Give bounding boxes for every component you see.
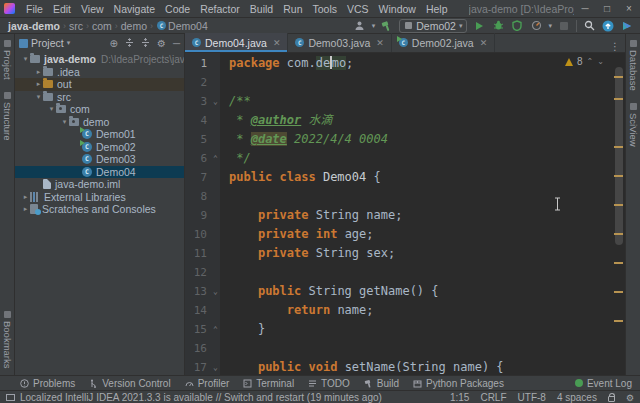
coverage-button[interactable] (510, 19, 524, 33)
menu-file[interactable]: File (21, 3, 48, 15)
user-dropdown-icon[interactable]: ▾ (372, 22, 376, 30)
stripe-tab-project[interactable]: Project (2, 34, 13, 86)
breadcrumb-item-src[interactable]: src (67, 20, 85, 32)
toolwindow-profiler[interactable]: Profiler (185, 378, 230, 389)
caret-position[interactable]: 1:15 (450, 392, 469, 403)
collapsed-arrow-icon[interactable]: ▸ (21, 205, 30, 213)
fold-marker-icon[interactable]: ⌃ (211, 320, 220, 339)
toolwindow-version-control[interactable]: Version Control (89, 378, 170, 389)
tree-item-java-demo[interactable]: ▾java-demoD:\IdeaProjects\java-demo (15, 53, 184, 66)
menu-navigate[interactable]: Navigate (109, 3, 160, 15)
toolwindow-python-packages[interactable]: Python Packages (413, 378, 504, 389)
minimize-button[interactable]: ─ (574, 3, 596, 14)
code-with-me-icon[interactable] (620, 19, 634, 33)
fold-marker-icon[interactable]: ⌄ (211, 92, 220, 111)
maximize-button[interactable]: □ (596, 3, 618, 14)
fold-marker-icon[interactable]: ⌄ (211, 358, 220, 375)
menu-help[interactable]: Help (421, 3, 453, 15)
tree-item-Demo04[interactable]: CDemo04 (15, 166, 184, 179)
toolwindow-build[interactable]: Build (364, 378, 399, 389)
run-configuration-select[interactable]: Demo02 ▾ (399, 19, 467, 33)
read-lock-icon[interactable] (608, 396, 615, 402)
editor-tab-Demo02.java[interactable]: CDemo02.java✕ (392, 33, 495, 52)
toolwindow-todo[interactable]: TODO (308, 378, 350, 389)
tree-item-Demo03[interactable]: CDemo03 (15, 153, 184, 166)
fold-gutter[interactable]: ⌄⌃⌄⌃⌄ (211, 53, 221, 375)
collapse-all-icon[interactable] (141, 38, 150, 49)
code-editor[interactable]: 123456789101112131415161718 ⌄⌃⌄⌃⌄ packag… (185, 53, 625, 375)
tree-item-.idea[interactable]: ▸.idea (15, 66, 184, 79)
menu-vcs[interactable]: VCS (342, 3, 374, 15)
toolwindow-problems[interactable]: Problems (20, 378, 75, 389)
hide-panel-icon[interactable]: ─ (173, 38, 180, 49)
stripe-tab-sciview[interactable]: SciView (628, 97, 639, 153)
code-content[interactable]: package com.demo;/** * @author 水滴 * @dat… (221, 53, 625, 375)
locate-file-icon[interactable]: ⊕ (110, 38, 118, 49)
stripe-tab-structure[interactable]: Structure (2, 86, 13, 147)
next-warning-icon[interactable]: ⌄ (597, 57, 604, 66)
toolwindow-terminal[interactable]: Terminal (243, 378, 294, 389)
tree-item-out[interactable]: ▸out (15, 78, 184, 91)
expanded-arrow-icon[interactable]: ▾ (60, 118, 69, 126)
tab-options-icon[interactable]: ⋮ (605, 41, 625, 52)
editor-tab-Demo04.java[interactable]: CDemo04.java✕ (185, 33, 288, 52)
menu-refactor[interactable]: Refactor (195, 3, 245, 15)
ide-update-icon[interactable] (601, 19, 615, 33)
breadcrumb-item-com[interactable]: com (90, 20, 114, 32)
menu-build[interactable]: Build (245, 3, 278, 15)
collapsed-arrow-icon[interactable]: ▸ (34, 80, 43, 88)
user-icon[interactable] (353, 19, 367, 33)
breadcrumb-item-demo[interactable]: demo (119, 20, 149, 32)
collapsed-arrow-icon[interactable]: ▸ (34, 68, 43, 76)
menu-tools[interactable]: Tools (307, 3, 342, 15)
menu-code[interactable]: Code (160, 3, 195, 15)
search-everywhere-icon[interactable] (582, 19, 596, 33)
expanded-arrow-icon[interactable]: ▾ (47, 105, 56, 113)
expanded-arrow-icon[interactable]: ▾ (34, 93, 43, 101)
error-stripe-scrollbar[interactable] (612, 53, 625, 375)
tree-item-demo[interactable]: ▾demo (15, 116, 184, 129)
code-token: * (229, 113, 251, 127)
scrollbar-thumb[interactable] (615, 67, 623, 245)
debug-button[interactable] (491, 19, 505, 33)
breadcrumb-item-Demo04[interactable]: Demo04 (166, 20, 210, 32)
tab-close-icon[interactable]: ✕ (480, 38, 488, 48)
settings-gear-icon[interactable]: ⚙ (157, 38, 166, 49)
expanded-arrow-icon[interactable]: ▾ (21, 55, 30, 63)
editor-tab-Demo03.java[interactable]: CDemo03.java✕ (288, 33, 391, 52)
tree-item-External Libraries[interactable]: ▸External Libraries (15, 191, 184, 204)
close-button[interactable]: × (618, 3, 640, 14)
fold-marker-icon[interactable]: ⌃ (211, 149, 220, 168)
status-gear-icon[interactable]: ⚙ (626, 393, 634, 403)
line-separator[interactable]: CRLF (480, 392, 506, 403)
file-encoding[interactable]: UTF-8 (518, 392, 546, 403)
tree-item-com[interactable]: ▾com (15, 103, 184, 116)
profiler-button[interactable] (529, 19, 543, 33)
prev-warning-icon[interactable]: ⌃ (587, 57, 594, 66)
run-button[interactable] (472, 19, 486, 33)
toolwindow-event-log[interactable]: Event Log (575, 378, 632, 389)
collapsed-arrow-icon[interactable]: ▸ (21, 193, 30, 201)
project-view-select[interactable]: Project ▾ (19, 37, 70, 49)
menu-window[interactable]: Window (374, 3, 421, 15)
inspections-widget[interactable]: 8 ⌃ ⌄ (562, 56, 607, 67)
tab-close-icon[interactable]: ✕ (376, 38, 384, 48)
breadcrumb-item-java-demo[interactable]: java-demo (6, 20, 62, 32)
expand-all-icon[interactable] (125, 38, 134, 49)
status-message[interactable]: Localized IntelliJ IDEA 2021.3.3 is avai… (20, 392, 382, 403)
menu-edit[interactable]: Edit (48, 3, 76, 15)
menu-view[interactable]: View (76, 3, 109, 15)
fold-marker-icon[interactable]: ⌄ (211, 282, 220, 301)
menu-run[interactable]: Run (278, 3, 307, 15)
stripe-tab-bookmarks[interactable]: Bookmarks (2, 305, 13, 375)
stripe-tab-database[interactable]: Database (628, 34, 639, 97)
tree-item-src[interactable]: ▾src (15, 91, 184, 104)
tree-item-Demo02[interactable]: CDemo02 (15, 141, 184, 154)
profiler-dropdown-icon[interactable]: ▾ (548, 22, 552, 30)
tree-item-java-demo.iml[interactable]: java-demo.iml (15, 178, 184, 191)
tree-item-Scratches and Consoles[interactable]: ▸Scratches and Consoles (15, 203, 184, 216)
tree-item-Demo01[interactable]: CDemo01 (15, 128, 184, 141)
build-hammer-icon[interactable] (380, 19, 394, 33)
tab-close-icon[interactable]: ✕ (273, 38, 281, 48)
indent-setting[interactable]: 4 spaces (557, 392, 597, 403)
